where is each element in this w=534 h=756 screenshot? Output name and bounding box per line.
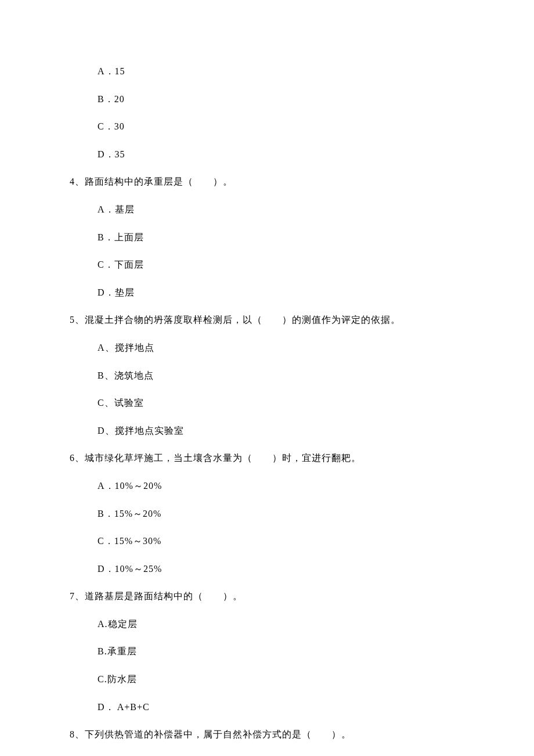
q3-option-b: B．20	[70, 92, 464, 107]
q4-stem: 4、路面结构中的承重层是（ ）。	[70, 174, 464, 189]
page-content: A．15 B．20 C．30 D．35 4、路面结构中的承重层是（ ）。 A．基…	[0, 0, 534, 756]
q6-option-d: D．10%～25%	[70, 561, 464, 577]
q4-option-d: D．垫层	[70, 285, 464, 300]
q7-option-b: B.承重层	[70, 644, 464, 659]
q6-stem: 6、城市绿化草坪施工，当土壤含水量为（ ）时，宜进行翻耙。	[70, 451, 464, 466]
q5-option-a: A、搅拌地点	[70, 340, 464, 355]
q6-option-c: C．15%～30%	[70, 534, 464, 549]
q3-option-c: C．30	[70, 119, 464, 134]
q5-option-b: B、浇筑地点	[70, 368, 464, 383]
q7-option-a: A.稳定层	[70, 617, 464, 632]
q7-stem: 7、道路基层是路面结构中的（ ）。	[70, 589, 464, 604]
q3-option-a: A．15	[70, 64, 464, 79]
q5-stem: 5、混凝土拌合物的坍落度取样检测后，以（ ）的测值作为评定的依据。	[70, 312, 464, 327]
q5-option-c: C、试验室	[70, 395, 464, 411]
q4-option-b: B．上面层	[70, 230, 464, 245]
q6-option-a: A．10%～20%	[70, 478, 464, 494]
q5-option-d: D、搅拌地点实验室	[70, 423, 464, 438]
q6-option-b: B．15%～20%	[70, 506, 464, 521]
q3-option-d: D．35	[70, 147, 464, 162]
q8-stem: 8、下列供热管道的补偿器中，属于自然补偿方式的是（ ）。	[70, 727, 464, 742]
q4-option-a: A．基层	[70, 202, 464, 217]
q4-option-c: C．下面层	[70, 257, 464, 272]
q7-option-c: C.防水层	[70, 672, 464, 687]
q7-option-d: D． A+B+C	[70, 700, 464, 715]
